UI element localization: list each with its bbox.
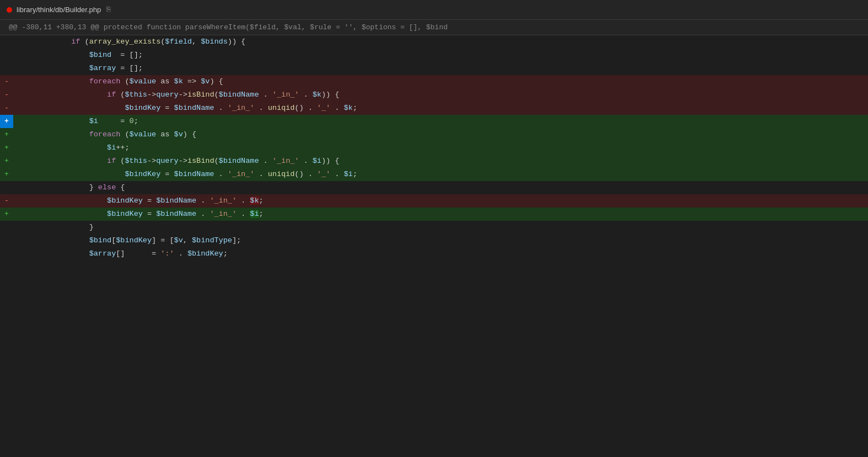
- line-marker: -: [0, 88, 13, 102]
- copy-icon[interactable]: ⎘: [106, 6, 111, 14]
- diff-header: @@ -380,11 +380,13 @@ protected function…: [0, 20, 868, 35]
- line-marker: [0, 181, 13, 194]
- line-content: $bindKey = $bindName . '_in_' . uniqid()…: [13, 102, 868, 115]
- line-marker: [0, 221, 13, 234]
- line-marker: [0, 49, 13, 62]
- line-content: if ($this->query->isBind($bindName . '_i…: [13, 155, 868, 168]
- diff-line: - if ($this->query->isBind($bindName . '…: [0, 88, 868, 102]
- diff-line: + foreach ($value as $v) {: [0, 128, 868, 141]
- diff-line: }: [0, 221, 868, 234]
- diff-line: + $bindKey = $bindName . '_in_' . $i;: [0, 208, 868, 221]
- diff-line: + $i = 0;: [0, 115, 868, 128]
- line-marker: +: [0, 168, 13, 181]
- line-marker: [0, 234, 13, 247]
- diff-line: + if ($this->query->isBind($bindName . '…: [0, 155, 868, 168]
- line-content: foreach ($value as $k => $v) {: [13, 75, 868, 88]
- line-marker: +: [0, 208, 13, 221]
- diff-line: - $bindKey = $bindName . '_in_' . uniqid…: [0, 102, 868, 115]
- tab-indicator: [7, 7, 12, 13]
- line-marker[interactable]: +: [0, 115, 13, 128]
- line-content: $i = 0;: [13, 115, 868, 128]
- line-marker: +: [0, 128, 13, 141]
- line-content: if (array_key_exists($field, $binds)) {: [13, 35, 868, 49]
- line-marker: -: [0, 194, 13, 208]
- diff-line: if (array_key_exists($field, $binds)) {: [0, 35, 868, 49]
- diff-line: + $i++;: [0, 141, 868, 155]
- line-content: foreach ($value as $v) {: [13, 128, 868, 141]
- diff-line: } else {: [0, 181, 868, 194]
- diff-line: + $bindKey = $bindName . '_in_' . uniqid…: [0, 168, 868, 181]
- line-marker: +: [0, 155, 13, 168]
- code-area[interactable]: if (array_key_exists($field, $binds)) { …: [0, 35, 868, 453]
- line-marker: [0, 35, 13, 49]
- line-content: $bindKey = $bindName . '_in_' . $i;: [13, 208, 868, 221]
- diff-line: $bind = [];: [0, 49, 868, 62]
- line-content: $bindKey = $bindName . '_in_' . $k;: [13, 194, 868, 208]
- line-content: $i++;: [13, 141, 868, 155]
- line-marker: [0, 62, 13, 75]
- line-marker: -: [0, 102, 13, 115]
- line-content: $array[] = ':' . $bindKey;: [13, 247, 868, 261]
- line-content: if ($this->query->isBind($bindName . '_i…: [13, 88, 868, 102]
- line-content: $array = [];: [13, 62, 868, 75]
- line-marker: +: [0, 141, 13, 155]
- diff-line: - foreach ($value as $k => $v) {: [0, 75, 868, 88]
- diff-line: $bind[$bindKey] = [$v, $bindType];: [0, 234, 868, 247]
- diff-header-text: @@ -380,11 +380,13 @@ protected function…: [9, 23, 448, 31]
- line-content: $bind = [];: [13, 49, 868, 62]
- diff-line: - $bindKey = $bindName . '_in_' . $k;: [0, 194, 868, 208]
- line-marker: [0, 247, 13, 261]
- line-content: $bindKey = $bindName . '_in_' . uniqid()…: [13, 168, 868, 181]
- diff-line: $array = [];: [0, 62, 868, 75]
- diff-line: $array[] = ':' . $bindKey;: [0, 247, 868, 261]
- line-marker: -: [0, 75, 13, 88]
- line-content: } else {: [13, 181, 868, 194]
- tab-title: library/think/db/Builder.php: [17, 6, 101, 14]
- title-bar: library/think/db/Builder.php ⎘: [0, 0, 868, 20]
- line-content: $bind[$bindKey] = [$v, $bindType];: [13, 234, 868, 247]
- line-content: }: [13, 221, 868, 234]
